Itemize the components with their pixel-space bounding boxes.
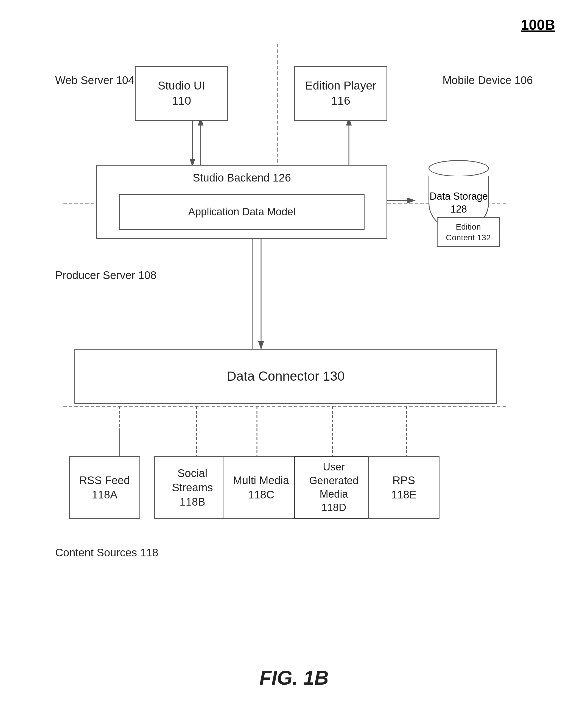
app-data-model-box: Application Data Model bbox=[119, 194, 365, 230]
data-storage-cylinder: Data Storage 128 Edition Content 132 bbox=[429, 159, 489, 231]
user-generated-box: User Generated Media 118D bbox=[294, 456, 374, 519]
data-connector-box: Data Connector 130 bbox=[74, 349, 497, 404]
social-streams-box: Social Streams 118B bbox=[154, 456, 231, 519]
studio-ui-box: Studio UI 110 bbox=[135, 66, 228, 121]
studio-backend-label: Studio Backend 126 bbox=[193, 171, 291, 185]
edition-content-box: Edition Content 132 bbox=[437, 217, 500, 247]
multi-media-box: Multi Media 118C bbox=[223, 456, 300, 519]
figure-id: 100B bbox=[521, 17, 555, 33]
diagram-container: Web Server 104 Mobile Device 106 Studio … bbox=[47, 44, 541, 675]
cylinder-top bbox=[429, 160, 489, 177]
producer-server-label: Producer Server 108 bbox=[55, 269, 156, 281]
edition-player-box: Edition Player 116 bbox=[294, 66, 387, 121]
mobile-device-label: Mobile Device 106 bbox=[442, 74, 533, 87]
web-server-label: Web Server 104 bbox=[55, 74, 134, 87]
rss-feed-box: RSS Feed 118A bbox=[69, 456, 140, 519]
page: 100B bbox=[0, 0, 588, 711]
studio-backend-box: Studio Backend 126 Application Data Mode… bbox=[96, 165, 387, 239]
rps-box: RPS 118E bbox=[368, 456, 439, 519]
figure-caption: FIG. 1B bbox=[259, 667, 329, 689]
content-sources-label: Content Sources 118 bbox=[55, 546, 158, 559]
